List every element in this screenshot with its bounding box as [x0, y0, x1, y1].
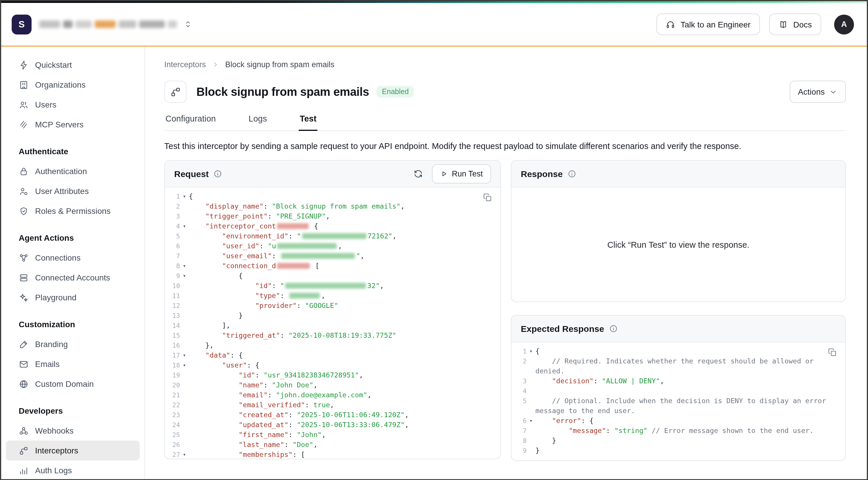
- sidebar-item-users[interactable]: Users: [6, 95, 140, 115]
- sidebar-item-label: Playground: [35, 293, 76, 302]
- fold-arrow-icon[interactable]: ▾: [180, 192, 189, 201]
- redacted-text: [277, 263, 310, 269]
- redacted-text: [168, 21, 177, 28]
- page-description: Test this interceptor by sending a sampl…: [164, 141, 846, 151]
- interceptor-icon-box: [164, 81, 186, 103]
- webhook-icon: [19, 426, 29, 436]
- info-icon[interactable]: [567, 169, 576, 178]
- line-number: 2: [165, 201, 180, 212]
- line-number: 17: [165, 351, 180, 360]
- panels-row: Request Run Test: [164, 160, 846, 461]
- sidebar-item-auth-logs[interactable]: Auth Logs: [6, 460, 140, 479]
- tab-logs[interactable]: Logs: [248, 111, 268, 130]
- sidebar-item-roles-permissions[interactable]: Roles & Permissions: [6, 201, 140, 221]
- code-line: 5 // Optional. Include when the decision…: [512, 396, 845, 416]
- sidebar-item-label: Authentication: [35, 166, 87, 176]
- line-number: 23: [165, 410, 180, 420]
- sidebar-item-label: Interceptors: [35, 446, 78, 455]
- info-icon[interactable]: [609, 324, 618, 333]
- flow-icon: [170, 86, 181, 97]
- fold-arrow-icon[interactable]: ▾: [180, 261, 189, 271]
- copy-icon: [828, 348, 837, 357]
- code-line: 8 }: [512, 436, 845, 446]
- fold-arrow-icon[interactable]: ▾: [527, 347, 535, 356]
- fold-arrow-icon: [180, 201, 189, 212]
- code-line: 12 "provider": "GOOGLE": [165, 301, 500, 311]
- building-icon: [19, 80, 29, 90]
- response-panel-header: Response: [512, 161, 845, 188]
- workspace-logo[interactable]: S: [12, 14, 32, 34]
- run-test-button[interactable]: Run Test: [432, 164, 491, 184]
- chevrons-updown-icon[interactable]: [184, 20, 192, 29]
- sidebar-item-webhooks[interactable]: Webhooks: [6, 421, 140, 441]
- fold-arrow-icon[interactable]: ▾: [180, 351, 189, 360]
- users-icon: [19, 100, 29, 109]
- copy-button[interactable]: [483, 193, 492, 202]
- fold-arrow-icon: [180, 341, 189, 351]
- reset-request-button[interactable]: [413, 169, 423, 179]
- line-number: 5: [512, 396, 527, 416]
- line-number: 8: [512, 436, 527, 446]
- fold-arrow-icon[interactable]: ▾: [180, 360, 189, 371]
- fold-arrow-icon[interactable]: ▾: [180, 271, 189, 281]
- sidebar-item-user-attributes[interactable]: User Attributes: [6, 181, 140, 201]
- code-line: 4: [512, 386, 845, 396]
- fold-arrow-icon[interactable]: ▾: [527, 416, 535, 426]
- tab-test[interactable]: Test: [299, 111, 318, 130]
- copy-button[interactable]: [828, 348, 837, 357]
- redacted-text: [281, 253, 355, 259]
- info-icon[interactable]: [213, 169, 222, 178]
- code-line: 10 "id": "32",: [165, 281, 500, 291]
- workspace-name-redacted[interactable]: [39, 21, 177, 28]
- sidebar-item-branding[interactable]: Branding: [6, 334, 140, 354]
- fold-arrow-icon[interactable]: ▾: [180, 450, 189, 459]
- sidebar-item-organizations[interactable]: Organizations: [6, 75, 140, 95]
- fold-arrow-icon: [180, 400, 189, 410]
- sidebar-section-header-developers: Developers: [6, 401, 140, 421]
- sidebar-item-custom-domain[interactable]: Custom Domain: [6, 374, 140, 394]
- fold-arrow-icon: [527, 436, 535, 446]
- run-test-label: Run Test: [452, 169, 483, 178]
- brush-icon: [19, 339, 29, 349]
- lock-icon: [19, 166, 29, 176]
- request-panel: Request Run Test: [164, 160, 501, 459]
- docs-button[interactable]: Docs: [769, 13, 821, 35]
- line-number: 1: [512, 347, 527, 356]
- sidebar-item-connected-accounts[interactable]: Connected Accounts: [6, 267, 140, 287]
- sidebar-item-connections[interactable]: Connections: [6, 248, 140, 267]
- code-line: 17▾ "data": {: [165, 351, 500, 360]
- tab-configuration[interactable]: Configuration: [164, 111, 217, 130]
- fold-arrow-icon[interactable]: ▾: [180, 221, 189, 231]
- user-attribute-icon: [19, 186, 29, 196]
- sidebar-item-label: Connections: [35, 253, 81, 262]
- sidebar-item-mcp-servers[interactable]: MCP Servers: [6, 115, 140, 134]
- code-line: 7 "user_email": ",: [165, 251, 500, 261]
- fold-arrow-icon: [527, 426, 535, 436]
- sidebar-item-label: Webhooks: [35, 426, 74, 435]
- code-line: 22 "email_verified": true,: [165, 400, 500, 410]
- user-avatar[interactable]: A: [834, 14, 854, 34]
- sidebar-item-emails[interactable]: Emails: [6, 354, 140, 374]
- copy-icon: [483, 193, 492, 202]
- sidebar-item-quickstart[interactable]: Quickstart: [6, 55, 140, 75]
- sidebar-item-label: User Attributes: [35, 186, 89, 196]
- request-code-editor[interactable]: 1▾{2 "display_name": "Block signup from …: [165, 188, 500, 459]
- fold-arrow-icon: [180, 440, 189, 450]
- expected-response-panel: Expected Response 1▾{2 // Required. Indi…: [511, 315, 846, 461]
- sidebar-item-interceptors[interactable]: Interceptors: [6, 441, 140, 460]
- docs-label: Docs: [793, 20, 812, 29]
- talk-to-engineer-button[interactable]: Talk to an Engineer: [656, 13, 760, 35]
- network-icon: [19, 253, 29, 263]
- fold-arrow-icon: [180, 281, 189, 291]
- play-icon: [440, 170, 448, 178]
- refresh-icon: [413, 169, 423, 179]
- line-number: 14: [165, 321, 180, 331]
- code-line: 19 "id": "usr_93418238346728951",: [165, 371, 500, 380]
- breadcrumb-parent[interactable]: Interceptors: [164, 60, 206, 69]
- sidebar-item-playground[interactable]: Playground: [6, 287, 140, 307]
- line-number: 24: [165, 420, 180, 430]
- line-number: 13: [165, 311, 180, 321]
- actions-button[interactable]: Actions: [790, 81, 846, 103]
- sidebar-item-authentication[interactable]: Authentication: [6, 161, 140, 181]
- redacted-text: [39, 21, 60, 28]
